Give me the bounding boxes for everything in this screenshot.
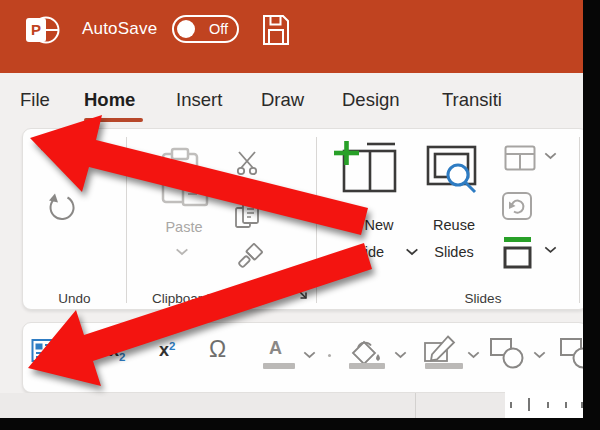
font-color-icon[interactable]: A	[269, 338, 282, 359]
screenshot-frame: P AutoSave Off File Home Insert Draw Des…	[0, 0, 600, 430]
shape-outline-icon[interactable]	[423, 335, 461, 365]
paste-button[interactable]: Paste	[139, 217, 229, 237]
autosave-label: AutoSave	[82, 19, 157, 39]
shape-outline-chevron-down-icon[interactable]	[467, 351, 481, 359]
font-color-bar	[263, 363, 295, 369]
ruler-tick	[565, 402, 567, 408]
outline-view-icon[interactable]	[31, 338, 58, 364]
undo-group-label: Undo	[23, 291, 126, 306]
cut-icon[interactable]	[234, 150, 260, 176]
layout-chevron-down-icon[interactable]	[544, 152, 558, 160]
subscript-icon[interactable]: x2	[109, 340, 125, 361]
ruler-tick	[581, 402, 583, 408]
undo-icon[interactable]	[37, 133, 69, 163]
ruler	[505, 390, 583, 418]
reset-slide-icon[interactable]	[501, 191, 533, 221]
format-painter-icon[interactable]	[234, 243, 264, 271]
group-divider	[126, 137, 127, 303]
fill-color-chevron-down-icon[interactable]	[394, 351, 408, 359]
slide-layout-icon[interactable]	[504, 145, 536, 171]
powerpoint-logo-icon[interactable]: P	[24, 12, 62, 48]
new-slide-chevron-down-icon[interactable]	[405, 248, 419, 256]
toggle-knob-icon	[177, 20, 195, 38]
fill-color-icon[interactable]	[347, 337, 385, 365]
workspace-strip	[0, 393, 583, 418]
tab-transitions[interactable]: Transiti	[442, 89, 502, 111]
shape-fill-icon[interactable]	[559, 337, 583, 369]
redo-icon[interactable]	[45, 193, 77, 225]
group-divider	[316, 137, 317, 303]
autosave-toggle[interactable]: Off	[172, 15, 239, 43]
tab-design[interactable]: Design	[342, 89, 400, 111]
section-icon[interactable]	[501, 235, 535, 269]
new-slide-icon[interactable]	[331, 139, 401, 199]
new-slide-button[interactable]: New	[349, 215, 409, 235]
ruler-tick	[510, 402, 512, 408]
tab-draw[interactable]: Draw	[261, 89, 304, 111]
quick-format-toolbar: x2 x2 Ω A	[22, 322, 583, 393]
section-chevron-down-icon[interactable]	[544, 246, 558, 254]
powerpoint-logo-letter: P	[28, 20, 44, 40]
toolbar-separator-dot	[328, 354, 331, 357]
powerpoint-window: P AutoSave Off File Home Insert Draw Des…	[0, 0, 583, 418]
save-icon[interactable]	[262, 14, 290, 46]
ribbon: Undo Paste	[22, 128, 583, 310]
copy-icon[interactable]	[232, 201, 262, 229]
new-slide-button-line2[interactable]: Slide	[333, 242, 403, 262]
font-color-chevron-down-icon[interactable]	[303, 351, 317, 359]
shapes-icon[interactable]	[489, 337, 525, 369]
reuse-slides-button[interactable]: Reuse	[419, 215, 489, 235]
paste-icon[interactable]	[159, 147, 213, 209]
autosave-state: Off	[209, 20, 228, 38]
paste-chevron-down-icon[interactable]	[175, 248, 189, 256]
slides-group-label: Slides	[427, 291, 539, 306]
reuse-slides-icon[interactable]	[425, 143, 483, 199]
ruler-tick	[547, 402, 549, 408]
active-tab-underline	[84, 118, 143, 122]
title-bar: P AutoSave Off	[0, 0, 583, 73]
tab-file[interactable]: File	[20, 89, 50, 111]
pane-divider	[415, 393, 416, 418]
insert-symbol-icon[interactable]: Ω	[209, 336, 226, 363]
group-divider	[579, 137, 580, 303]
shape-outline-bar	[425, 363, 463, 369]
clipboard-group-label: Clipboard	[126, 291, 236, 306]
shapes-chevron-down-icon[interactable]	[533, 351, 547, 359]
tab-home[interactable]: Home	[84, 89, 135, 111]
ruler-tick-major	[528, 398, 530, 411]
tab-insert[interactable]: Insert	[176, 89, 222, 111]
reuse-slides-button-line2[interactable]: Slides	[419, 242, 489, 262]
clipboard-dialog-launcher-icon[interactable]	[295, 287, 311, 303]
superscript-icon[interactable]: x2	[159, 340, 175, 361]
ribbon-tab-bar: File Home Insert Draw Design Transiti	[0, 73, 583, 128]
fill-color-bar	[349, 363, 385, 369]
